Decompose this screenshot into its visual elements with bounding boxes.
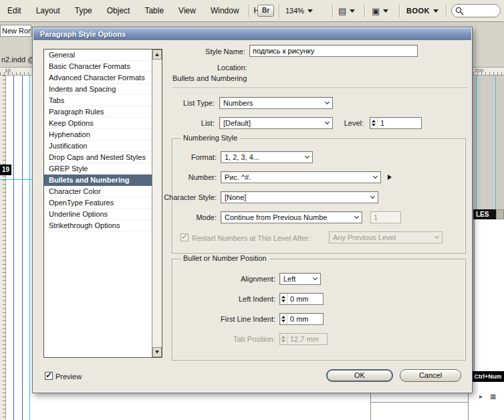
sidebar-item-underline-options[interactable]: Underline Options [44,209,152,220]
pasteboard [473,76,504,209]
zoom-level-value: 134% [285,7,304,15]
chevron-down-icon [350,9,355,13]
tab-position-stepper: 12,7 mm [279,333,328,345]
style-name-input[interactable] [249,45,418,57]
sidebar-item-justification[interactable]: Justification [44,140,152,152]
level-stepper[interactable]: 1 [370,117,422,129]
sidebar-item-opentype-features[interactable]: OpenType Features [44,197,152,209]
search-input[interactable] [465,6,497,15]
vertical-ruler [0,76,6,420]
panel-footer: ▸ ▦ [468,382,504,420]
number-value: Рис. ^#. [225,173,251,181]
guide-line [22,76,23,420]
spin-up-icon[interactable] [372,120,376,122]
arrow-down-icon [155,350,159,354]
numbering-style-group-title: Numbering Style [180,134,240,142]
spin-up-icon[interactable] [281,316,285,318]
menu-item-view[interactable]: View [171,6,203,15]
document-page-area: 19 [0,76,32,420]
scroll-up-button[interactable] [152,49,162,60]
panel-divider [371,402,468,403]
sidebar-item-grep-style[interactable]: GREP Style [44,163,152,175]
page-number-badge: 19 [0,165,11,175]
pages-panel-edge [370,393,468,420]
alignment-label: Alignment: [241,273,275,285]
font-family-field[interactable]: New Roma [0,25,31,37]
stepper-arrows[interactable] [280,314,287,324]
preview-checkbox[interactable] [45,372,53,380]
panel-page-icon[interactable]: ▦ [490,393,496,400]
horizontal-ruler: 10 [0,67,32,76]
sidebar-item-general[interactable]: General [44,49,152,61]
stepper-arrows[interactable] [370,118,378,128]
ruler-number: 200 [475,68,483,74]
menu-item-edit[interactable]: Edit [0,6,29,15]
format-dropdown[interactable]: 1, 2, 3, 4... [221,151,313,163]
paragraph-style-options-dialog: Paragraph Style Options General Basic Ch… [32,27,473,393]
list-type-dropdown[interactable]: Numbers [219,97,333,109]
first-line-indent-value: 0 mm [287,315,309,323]
menu-item-window[interactable]: Window [203,6,247,15]
list-dropdown[interactable]: [Default] [219,117,333,129]
ok-button[interactable]: OK [326,369,393,382]
spin-down-icon[interactable] [281,300,285,302]
sidebar-item-tabs[interactable]: Tabs [44,95,152,106]
screen-mode-dropdown[interactable]: ▣ [372,0,388,21]
chevron-down-icon [433,9,438,13]
guide-line [476,76,477,209]
sidebar-item-basic-character-formats[interactable]: Basic Character Formats [44,61,152,72]
menu-item-layout[interactable]: Layout [29,6,68,15]
book-dropdown[interactable]: BOOK [406,0,438,21]
panel-tab-stub[interactable] [496,209,504,219]
menu-item-table[interactable]: Table [137,6,171,15]
book-label: BOOK [406,7,430,15]
scroll-down-button[interactable] [152,347,162,357]
styles-panel-tab[interactable]: LES [473,209,496,219]
dialog-titlebar[interactable]: Paragraph Style Options [33,28,471,40]
sidebar-item-bullets-and-numbering[interactable]: Bullets and Numbering [44,175,152,186]
sidebar-item-indents-and-spacing[interactable]: Indents and Spacing [44,84,152,95]
search-box[interactable] [451,4,501,17]
document-tab[interactable]: n2.indd @ [1,56,35,64]
alignment-dropdown[interactable]: Left [279,273,321,285]
sidebar-scrollbar[interactable] [152,49,162,357]
spin-down-icon[interactable] [372,124,376,126]
mode-value: Continue from Previous Numbe [225,213,327,221]
sidebar-item-paragraph-rules[interactable]: Paragraph Rules [44,106,152,118]
mode-dropdown[interactable]: Continue from Previous Numbe [221,211,362,223]
format-label: Format: [191,151,217,163]
sidebar-list: General Basic Character Formats Advanced… [44,49,152,357]
ruler-number: 10 [5,68,11,74]
restart-numbers-label: Restart Numbers at This Level After: [192,232,310,244]
cancel-button[interactable]: Cancel [400,369,461,382]
sidebar-item-strikethrough-options[interactable]: Strikethrough Options [44,220,152,231]
view-options-icon: ▤ [338,7,346,15]
spin-up-icon[interactable] [281,296,285,298]
chevron-down-icon [434,234,439,239]
menu-bar: Edit Layout Type Object Table View Windo… [0,0,504,22]
menu-item-type[interactable]: Type [68,6,100,15]
chevron-down-icon [305,154,309,159]
character-style-dropdown[interactable]: [None] [221,191,378,203]
first-line-indent-stepper[interactable]: 0 mm [279,313,324,325]
chevron-down-icon [383,9,388,13]
left-indent-stepper[interactable]: 0 mm [279,293,324,305]
view-options-dropdown[interactable]: ▤ [338,0,355,21]
panel-arrow-icon[interactable]: ▸ [479,393,483,400]
toolbar-separator [249,4,249,17]
sidebar-item-advanced-character-formats[interactable]: Advanced Character Formats [44,72,152,84]
sidebar-item-character-color[interactable]: Character Color [44,186,152,197]
number-flyout-button[interactable] [388,175,392,180]
application-window: Edit Layout Type Object Table View Windo… [0,0,504,420]
bridge-button[interactable]: Br [257,5,274,17]
zoom-level-dropdown[interactable]: 134% [285,0,313,21]
chevron-down-icon [325,120,330,124]
number-dropdown[interactable]: Рис. ^#. [221,171,381,183]
menu-item-object[interactable]: Object [100,6,138,15]
menu-items: Edit Layout Type Object Table View Windo… [0,0,277,21]
sidebar-item-drop-caps[interactable]: Drop Caps and Nested Styles [44,152,152,163]
spin-down-icon[interactable] [281,320,285,322]
sidebar-item-hyphenation[interactable]: Hyphenation [44,129,152,140]
stepper-arrows[interactable] [280,294,287,304]
sidebar-item-keep-options[interactable]: Keep Options [44,118,152,129]
